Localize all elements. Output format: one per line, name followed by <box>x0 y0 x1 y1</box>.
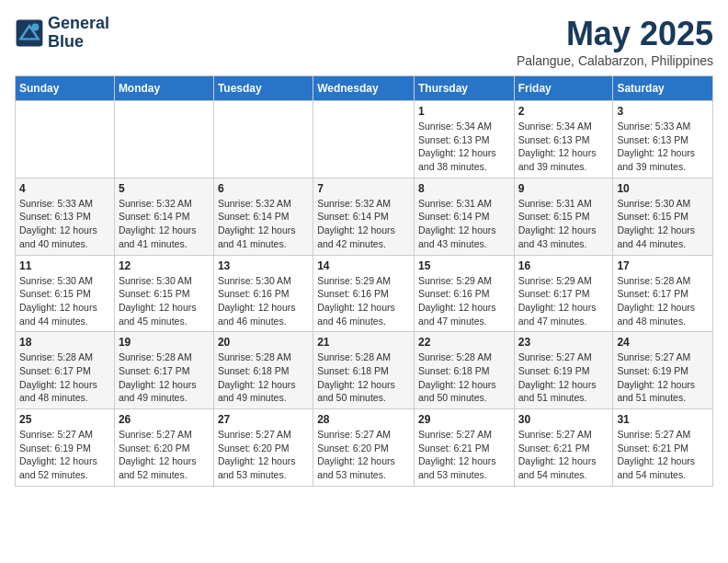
header-row: SundayMondayTuesdayWednesdayThursdayFrid… <box>16 76 713 101</box>
calendar-cell: 24Sunrise: 5:27 AM Sunset: 6:19 PM Dayli… <box>613 332 713 409</box>
calendar-cell: 27Sunrise: 5:27 AM Sunset: 6:20 PM Dayli… <box>213 409 313 487</box>
calendar-cell: 13Sunrise: 5:30 AM Sunset: 6:16 PM Dayli… <box>213 255 313 332</box>
header-cell-saturday: Saturday <box>613 76 713 101</box>
calendar-cell: 29Sunrise: 5:27 AM Sunset: 6:21 PM Dayli… <box>414 409 514 487</box>
title-block: May 2025 Palangue, Calabarzon, Philippin… <box>517 15 713 68</box>
day-number: 23 <box>518 336 609 349</box>
week-row-2: 11Sunrise: 5:30 AM Sunset: 6:15 PM Dayli… <box>16 255 713 332</box>
calendar-cell: 11Sunrise: 5:30 AM Sunset: 6:15 PM Dayli… <box>16 255 115 332</box>
day-number: 25 <box>19 413 110 426</box>
day-number: 10 <box>617 182 709 195</box>
day-info: Sunrise: 5:27 AM Sunset: 6:21 PM Dayligh… <box>418 428 510 482</box>
day-info: Sunrise: 5:28 AM Sunset: 6:17 PM Dayligh… <box>119 350 210 405</box>
day-info: Sunrise: 5:30 AM Sunset: 6:15 PM Dayligh… <box>19 274 110 328</box>
calendar-cell: 2Sunrise: 5:34 AM Sunset: 6:13 PM Daylig… <box>514 101 613 178</box>
day-number: 9 <box>518 182 609 195</box>
calendar-body: 1Sunrise: 5:34 AM Sunset: 6:13 PM Daylig… <box>16 101 713 487</box>
calendar-cell: 17Sunrise: 5:28 AM Sunset: 6:17 PM Dayli… <box>613 255 713 332</box>
calendar-cell: 3Sunrise: 5:33 AM Sunset: 6:13 PM Daylig… <box>613 101 713 178</box>
day-number: 29 <box>418 413 510 426</box>
day-number: 12 <box>119 259 210 272</box>
calendar-cell <box>16 101 115 178</box>
day-number: 4 <box>19 182 110 195</box>
calendar-cell: 26Sunrise: 5:27 AM Sunset: 6:20 PM Dayli… <box>114 409 213 487</box>
day-number: 28 <box>317 413 410 426</box>
day-info: Sunrise: 5:31 AM Sunset: 6:14 PM Dayligh… <box>418 197 510 251</box>
day-number: 5 <box>119 182 210 195</box>
calendar-cell <box>213 101 313 178</box>
day-number: 14 <box>317 259 410 272</box>
calendar-cell: 8Sunrise: 5:31 AM Sunset: 6:14 PM Daylig… <box>414 178 514 255</box>
calendar-cell: 10Sunrise: 5:30 AM Sunset: 6:15 PM Dayli… <box>613 178 713 255</box>
day-info: Sunrise: 5:34 AM Sunset: 6:13 PM Dayligh… <box>518 120 609 174</box>
day-info: Sunrise: 5:27 AM Sunset: 6:19 PM Dayligh… <box>518 350 609 405</box>
day-number: 1 <box>418 105 510 118</box>
header-cell-tuesday: Tuesday <box>213 76 313 101</box>
day-number: 24 <box>617 336 709 349</box>
day-number: 6 <box>218 182 309 195</box>
calendar-cell: 5Sunrise: 5:32 AM Sunset: 6:14 PM Daylig… <box>114 178 213 255</box>
day-info: Sunrise: 5:30 AM Sunset: 6:15 PM Dayligh… <box>119 274 210 328</box>
day-info: Sunrise: 5:28 AM Sunset: 6:18 PM Dayligh… <box>317 350 410 405</box>
calendar-table: SundayMondayTuesdayWednesdayThursdayFrid… <box>15 75 713 487</box>
calendar-cell: 12Sunrise: 5:30 AM Sunset: 6:15 PM Dayli… <box>114 255 213 332</box>
day-info: Sunrise: 5:27 AM Sunset: 6:20 PM Dayligh… <box>317 428 410 482</box>
day-number: 20 <box>218 336 309 349</box>
logo-text: General Blue <box>48 15 109 52</box>
calendar-cell: 22Sunrise: 5:28 AM Sunset: 6:18 PM Dayli… <box>414 332 514 409</box>
day-info: Sunrise: 5:28 AM Sunset: 6:17 PM Dayligh… <box>617 274 709 328</box>
calendar-cell: 6Sunrise: 5:32 AM Sunset: 6:14 PM Daylig… <box>213 178 313 255</box>
day-number: 15 <box>418 259 510 272</box>
calendar-cell: 15Sunrise: 5:29 AM Sunset: 6:16 PM Dayli… <box>414 255 514 332</box>
calendar-cell: 28Sunrise: 5:27 AM Sunset: 6:20 PM Dayli… <box>313 409 415 487</box>
day-info: Sunrise: 5:32 AM Sunset: 6:14 PM Dayligh… <box>119 197 210 251</box>
header-cell-monday: Monday <box>114 76 213 101</box>
day-info: Sunrise: 5:32 AM Sunset: 6:14 PM Dayligh… <box>317 197 410 251</box>
day-info: Sunrise: 5:29 AM Sunset: 6:16 PM Dayligh… <box>418 274 510 328</box>
svg-point-2 <box>31 23 39 30</box>
logo-line1: General <box>48 15 109 33</box>
calendar-cell: 20Sunrise: 5:28 AM Sunset: 6:18 PM Dayli… <box>213 332 313 409</box>
page-header: General Blue May 2025 Palangue, Calabarz… <box>15 15 713 68</box>
calendar-cell: 23Sunrise: 5:27 AM Sunset: 6:19 PM Dayli… <box>514 332 613 409</box>
logo: General Blue <box>15 15 109 52</box>
day-number: 11 <box>19 259 110 272</box>
day-number: 30 <box>518 413 609 426</box>
day-number: 26 <box>119 413 210 426</box>
day-info: Sunrise: 5:28 AM Sunset: 6:18 PM Dayligh… <box>218 350 309 405</box>
header-cell-friday: Friday <box>514 76 613 101</box>
calendar-cell <box>114 101 213 178</box>
day-number: 17 <box>617 259 709 272</box>
calendar-cell: 19Sunrise: 5:28 AM Sunset: 6:17 PM Dayli… <box>114 332 213 409</box>
calendar-header: SundayMondayTuesdayWednesdayThursdayFrid… <box>16 76 713 101</box>
calendar-cell: 1Sunrise: 5:34 AM Sunset: 6:13 PM Daylig… <box>414 101 514 178</box>
calendar-cell: 25Sunrise: 5:27 AM Sunset: 6:19 PM Dayli… <box>16 409 115 487</box>
day-info: Sunrise: 5:30 AM Sunset: 6:15 PM Dayligh… <box>617 197 709 251</box>
logo-line2: Blue <box>48 33 109 52</box>
day-info: Sunrise: 5:27 AM Sunset: 6:19 PM Dayligh… <box>617 350 709 405</box>
day-number: 31 <box>617 413 709 426</box>
location: Palangue, Calabarzon, Philippines <box>517 53 713 68</box>
calendar-cell: 18Sunrise: 5:28 AM Sunset: 6:17 PM Dayli… <box>16 332 115 409</box>
calendar-cell: 7Sunrise: 5:32 AM Sunset: 6:14 PM Daylig… <box>313 178 415 255</box>
week-row-4: 25Sunrise: 5:27 AM Sunset: 6:19 PM Dayli… <box>16 409 713 487</box>
week-row-0: 1Sunrise: 5:34 AM Sunset: 6:13 PM Daylig… <box>16 101 713 178</box>
day-number: 16 <box>518 259 609 272</box>
day-info: Sunrise: 5:31 AM Sunset: 6:15 PM Dayligh… <box>518 197 609 251</box>
day-info: Sunrise: 5:27 AM Sunset: 6:21 PM Dayligh… <box>518 428 609 482</box>
day-info: Sunrise: 5:33 AM Sunset: 6:13 PM Dayligh… <box>19 197 110 251</box>
day-info: Sunrise: 5:27 AM Sunset: 6:20 PM Dayligh… <box>218 428 309 482</box>
day-number: 27 <box>218 413 309 426</box>
day-number: 8 <box>418 182 510 195</box>
header-cell-wednesday: Wednesday <box>313 76 415 101</box>
week-row-1: 4Sunrise: 5:33 AM Sunset: 6:13 PM Daylig… <box>16 178 713 255</box>
day-info: Sunrise: 5:27 AM Sunset: 6:19 PM Dayligh… <box>19 428 110 482</box>
header-cell-thursday: Thursday <box>414 76 514 101</box>
day-info: Sunrise: 5:32 AM Sunset: 6:14 PM Dayligh… <box>218 197 309 251</box>
calendar-cell: 9Sunrise: 5:31 AM Sunset: 6:15 PM Daylig… <box>514 178 613 255</box>
day-number: 13 <box>218 259 309 272</box>
day-number: 7 <box>317 182 410 195</box>
day-info: Sunrise: 5:29 AM Sunset: 6:16 PM Dayligh… <box>317 274 410 328</box>
calendar-cell: 16Sunrise: 5:29 AM Sunset: 6:17 PM Dayli… <box>514 255 613 332</box>
day-number: 2 <box>518 105 609 118</box>
